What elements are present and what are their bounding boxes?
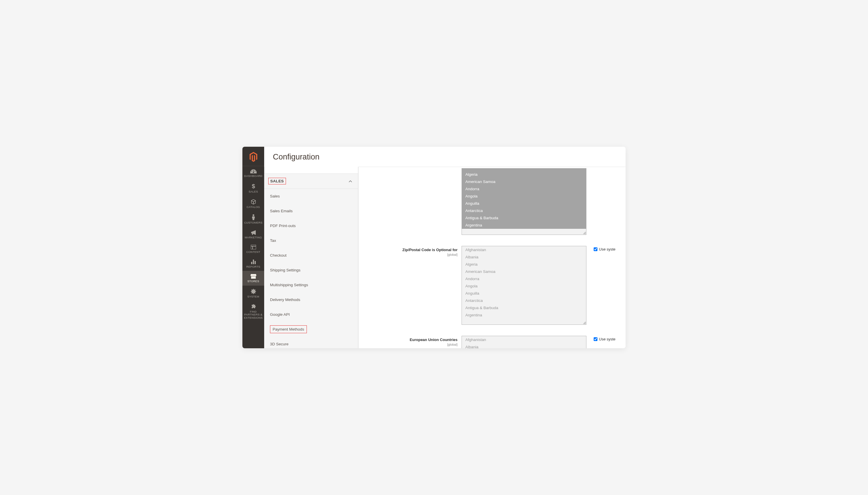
store-icon bbox=[250, 274, 256, 279]
multiselect-option[interactable]: Anguilla bbox=[462, 290, 586, 297]
dashboard-icon bbox=[250, 169, 257, 173]
nav-label: SALES bbox=[247, 190, 259, 193]
bar-chart-icon bbox=[251, 259, 256, 264]
nav-stores[interactable]: STORES bbox=[242, 271, 264, 285]
form-checkbox-col bbox=[588, 168, 620, 235]
svg-point-1 bbox=[252, 214, 254, 216]
gear-icon bbox=[251, 289, 256, 294]
puzzle-icon bbox=[251, 304, 256, 309]
nav-customers[interactable]: CUSTOMERS bbox=[242, 211, 264, 227]
checkbox-label: Use syste bbox=[599, 247, 616, 252]
config-item-sales-emails[interactable]: Sales Emails bbox=[264, 204, 358, 218]
form-label-col: European Union Countries [global] bbox=[359, 336, 462, 348]
magento-logo[interactable] bbox=[242, 147, 264, 166]
config-item-shipping[interactable]: Shipping Settings bbox=[264, 263, 358, 277]
config-item-3d-secure[interactable]: 3D Secure bbox=[264, 337, 358, 348]
content-area: SALES Sales Sales Emails PDF Print-outs … bbox=[264, 167, 626, 348]
config-section-title: SALES bbox=[268, 178, 286, 184]
nav-dashboard[interactable]: DASHBOARD bbox=[242, 166, 264, 180]
form-scope: [global] bbox=[359, 253, 458, 256]
config-item-payment-methods[interactable]: Payment Methods bbox=[270, 325, 307, 333]
multiselect-option[interactable]: Anguilla bbox=[462, 200, 586, 207]
multiselect-option[interactable]: Angola bbox=[462, 192, 586, 200]
nav-label: STORES bbox=[246, 280, 260, 283]
use-system-checkbox-wrap[interactable]: Use syste bbox=[594, 247, 620, 252]
chevron-up-icon bbox=[349, 178, 352, 184]
form-label-col bbox=[359, 168, 462, 235]
nav-label: DASHBOARD bbox=[243, 174, 264, 177]
svg-rect-6 bbox=[253, 259, 254, 264]
form-control-col: Afghanistan Albania Algeria American Sam… bbox=[462, 246, 588, 325]
form-row-eu: European Union Countries [global] Afghan… bbox=[359, 335, 626, 348]
use-system-checkbox-wrap[interactable]: Use syste bbox=[594, 337, 620, 341]
nav-label: REPORTS bbox=[245, 265, 262, 268]
svg-rect-7 bbox=[255, 261, 256, 264]
multiselect-option[interactable]: Antarctica bbox=[462, 297, 586, 304]
nav-system[interactable]: SYSTEM bbox=[242, 286, 264, 301]
resize-handle[interactable] bbox=[582, 321, 586, 324]
config-sidebar: SALES Sales Sales Emails PDF Print-outs … bbox=[264, 167, 359, 348]
nav-label: CONTENT bbox=[245, 251, 261, 253]
form-label-zip: Zip/Postal Code is Optional for bbox=[403, 248, 458, 252]
multiselect-option[interactable]: Algeria bbox=[462, 171, 586, 178]
config-blank-area bbox=[264, 167, 358, 174]
use-system-checkbox[interactable] bbox=[594, 337, 597, 341]
countries-multiselect-1[interactable]: Algeria American Samoa Andorra Angola An… bbox=[462, 168, 586, 235]
magento-logo-icon bbox=[248, 152, 258, 162]
resize-handle[interactable] bbox=[582, 231, 586, 235]
nav-label: CATALOG bbox=[245, 206, 261, 208]
multiselect-option[interactable]: Argentina bbox=[462, 311, 586, 319]
config-item-delivery[interactable]: Delivery Methods bbox=[264, 292, 358, 307]
multiselect-option[interactable]: Afghanistan bbox=[462, 246, 586, 253]
form-label-eu: European Union Countries bbox=[410, 338, 458, 342]
main-content: Configuration SALES Sales Sales Emails P… bbox=[264, 147, 626, 348]
config-item-pdf[interactable]: PDF Print-outs bbox=[264, 218, 358, 233]
multiselect-option[interactable]: Argentina bbox=[462, 222, 586, 229]
eu-countries-multiselect[interactable]: Afghanistan Albania Algeria bbox=[462, 336, 586, 348]
nav-reports[interactable]: REPORTS bbox=[242, 256, 264, 271]
multiselect-option[interactable]: Albania bbox=[462, 343, 586, 348]
form-label-col: Zip/Postal Code is Optional for [global] bbox=[359, 246, 462, 325]
multiselect-option[interactable]: American Samoa bbox=[462, 178, 586, 185]
multiselect-option[interactable]: Antarctica bbox=[462, 207, 586, 214]
config-item-tax[interactable]: Tax bbox=[264, 233, 358, 248]
nav-label: SYSTEM bbox=[246, 295, 260, 298]
config-item-checkout[interactable]: Checkout bbox=[264, 248, 358, 263]
multiselect-option[interactable]: Algeria bbox=[462, 261, 586, 268]
config-items-list: Sales Sales Emails PDF Print-outs Tax Ch… bbox=[264, 189, 358, 348]
main-nav-sidebar: DASHBOARD $ SALES CATALOG CUSTOMERS MARK… bbox=[242, 147, 264, 348]
multiselect-option[interactable]: Andorra bbox=[462, 185, 586, 192]
form-control-col: Algeria American Samoa Andorra Angola An… bbox=[462, 168, 588, 235]
form-area: Algeria American Samoa Andorra Angola An… bbox=[359, 167, 626, 348]
multiselect-option[interactable] bbox=[462, 169, 586, 171]
multiselect-option[interactable]: Angola bbox=[462, 283, 586, 290]
use-system-checkbox[interactable] bbox=[594, 248, 597, 251]
multiselect-option[interactable]: Afghanistan bbox=[462, 336, 586, 343]
layout-icon bbox=[251, 245, 256, 250]
multiselect-option[interactable]: American Samoa bbox=[462, 268, 586, 275]
form-checkbox-col: Use syste bbox=[588, 336, 620, 348]
config-item-sales[interactable]: Sales bbox=[264, 189, 358, 204]
multiselect-option[interactable]: Andorra bbox=[462, 275, 586, 283]
config-item-google-api[interactable]: Google API bbox=[264, 307, 358, 322]
nav-sales[interactable]: $ SALES bbox=[242, 180, 264, 196]
multiselect-option[interactable]: Antigua & Barbuda bbox=[462, 304, 586, 311]
form-row-zip: Zip/Postal Code is Optional for [global]… bbox=[359, 245, 626, 326]
nav-content[interactable]: CONTENT bbox=[242, 242, 264, 256]
person-icon bbox=[252, 214, 255, 220]
form-checkbox-col: Use syste bbox=[588, 246, 620, 325]
page-title: Configuration bbox=[273, 153, 617, 161]
svg-rect-2 bbox=[251, 245, 256, 250]
nav-label: CUSTOMERS bbox=[243, 221, 264, 224]
config-section-sales-header[interactable]: SALES bbox=[264, 173, 358, 189]
checkbox-label: Use syste bbox=[599, 337, 616, 341]
page-header: Configuration bbox=[264, 147, 626, 167]
nav-marketing[interactable]: MARKETING bbox=[242, 227, 264, 242]
multiselect-option[interactable]: Antigua & Barbuda bbox=[462, 214, 586, 222]
multiselect-option[interactable]: Albania bbox=[462, 253, 586, 261]
config-item-multishipping[interactable]: Multishipping Settings bbox=[264, 277, 358, 292]
zip-optional-multiselect[interactable]: Afghanistan Albania Algeria American Sam… bbox=[462, 246, 586, 325]
dollar-icon: $ bbox=[251, 183, 256, 189]
nav-partners[interactable]: FIND PARTNERS & EXTENSIONS bbox=[242, 301, 264, 322]
nav-catalog[interactable]: CATALOG bbox=[242, 196, 264, 211]
